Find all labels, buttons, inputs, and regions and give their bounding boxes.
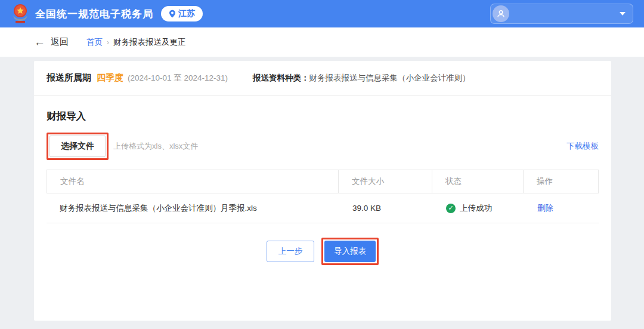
location-badge-label: 江苏 (178, 8, 195, 19)
chevron-down-icon (620, 12, 626, 16)
uploaded-files-table: 文件名 文件大小 状态 操作 财务报表报送与信息采集（小企业会计准则）月季报.x… (47, 170, 599, 223)
tax-bureau-emblem-logo (11, 4, 30, 24)
previous-step-button[interactable]: 上一步 (267, 241, 315, 262)
file-action-cell: 删除 (524, 203, 599, 214)
breadcrumb: 首页 › 财务报表报送及更正 (86, 37, 186, 48)
breadcrumb-current-page: 财务报表报送及更正 (113, 37, 186, 48)
breadcrumb-separator-icon: › (107, 38, 109, 47)
period-value: 四季度 (97, 72, 123, 84)
delete-file-link[interactable]: 删除 (537, 203, 553, 214)
breadcrumb-bar: ← 返回 首页 › 财务报表报送及更正 (0, 27, 644, 57)
report-type-label: 报送资料种类： (253, 73, 309, 84)
column-header-status: 状态 (432, 170, 524, 193)
breadcrumb-home-link[interactable]: 首页 (86, 37, 103, 48)
person-icon (496, 9, 506, 19)
import-report-button[interactable]: 导入报表 (324, 241, 376, 262)
column-header-filesize: 文件大小 (339, 170, 432, 193)
annotation-highlight-import-button: 导入报表 (321, 238, 379, 265)
period-label: 报送所属期 (47, 72, 91, 84)
download-template-link[interactable]: 下载模板 (566, 141, 599, 152)
location-badge[interactable]: 江苏 (161, 6, 203, 21)
table-header-row: 文件名 文件大小 状态 操作 (47, 170, 599, 193)
app-title: 全国统一规范电子税务局 (35, 7, 153, 21)
back-button[interactable]: 返回 (51, 36, 69, 48)
file-name-cell: 财务报表报送与信息采集（小企业会计准则）月季报.xls (47, 203, 339, 214)
status-text: 上传成功 (460, 203, 492, 214)
section-title-import: 财报导入 (47, 110, 599, 123)
choose-file-button[interactable]: 选择文件 (49, 136, 106, 157)
user-avatar (493, 5, 509, 22)
period-info-bar: 报送所属期 四季度 (2024-10-01 至 2024-12-31) 报送资料… (34, 61, 611, 96)
file-status-cell: ✓ 上传成功 (433, 203, 524, 214)
main-card: 报送所属期 四季度 (2024-10-01 至 2024-12-31) 报送资料… (34, 61, 611, 321)
footer-button-row: 上一步 导入报表 (34, 238, 611, 265)
user-account-dropdown[interactable] (490, 4, 633, 24)
location-pin-icon (169, 10, 176, 18)
back-arrow-icon[interactable]: ← (34, 36, 45, 48)
success-check-icon: ✓ (446, 204, 456, 213)
upload-format-hint: 上传格式为xls、xlsx文件 (113, 141, 198, 152)
annotation-highlight-choose-file: 选择文件 (47, 133, 109, 160)
report-type-value: 财务报表报送与信息采集（小企业会计准则） (309, 73, 470, 84)
period-date-range: (2024-10-01 至 2024-12-31) (128, 73, 228, 84)
column-header-filename: 文件名 (47, 170, 339, 193)
file-select-row: 选择文件 上传格式为xls、xlsx文件 下载模板 (47, 133, 599, 160)
file-size-cell: 39.0 KB (339, 204, 433, 213)
column-header-action: 操作 (524, 170, 598, 193)
table-row: 财务报表报送与信息采集（小企业会计准则）月季报.xls 39.0 KB ✓ 上传… (47, 193, 599, 223)
app-header: 全国统一规范电子税务局 江苏 (0, 0, 644, 27)
